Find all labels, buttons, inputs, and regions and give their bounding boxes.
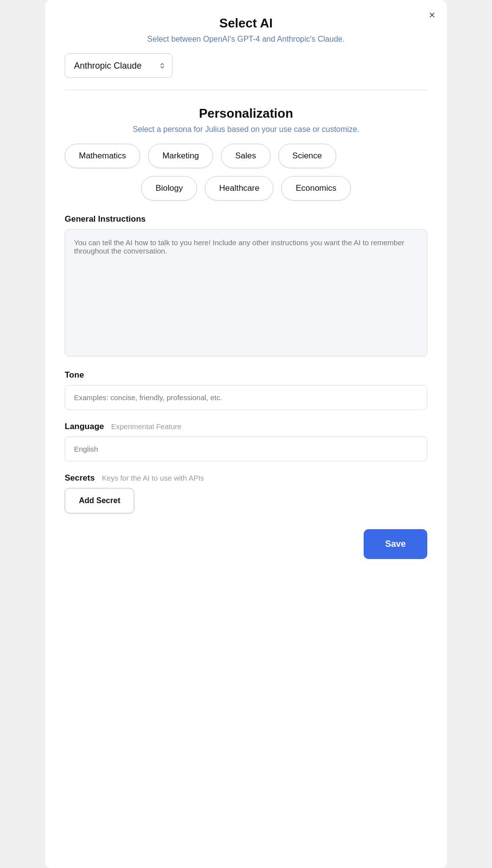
general-instructions-input[interactable] <box>65 229 427 357</box>
language-label-row: Language Experimental Feature <box>65 422 427 432</box>
ai-select[interactable]: Anthropic Claude OpenAI GPT-4 <box>65 53 172 78</box>
modal-container: × Select AI Select between OpenAI's GPT-… <box>45 0 447 868</box>
secrets-section: Secrets Keys for the AI to use with APIs… <box>65 473 427 513</box>
persona-chips-row-1: Mathematics Marketing Sales Science <box>65 144 427 168</box>
chip-science[interactable]: Science <box>278 144 336 168</box>
secrets-label: Secrets <box>65 473 95 483</box>
chip-mathematics[interactable]: Mathematics <box>65 144 140 168</box>
secrets-note: Keys for the AI to use with APIs <box>102 474 204 482</box>
close-button[interactable]: × <box>429 10 435 21</box>
save-button[interactable]: Save <box>364 529 427 559</box>
secrets-label-row: Secrets Keys for the AI to use with APIs <box>65 473 427 483</box>
chip-sales[interactable]: Sales <box>221 144 271 168</box>
general-instructions-label: General Instructions <box>65 214 146 224</box>
tone-input[interactable] <box>65 385 427 410</box>
tone-label-row: Tone <box>65 370 427 380</box>
general-instructions-label-row: General Instructions <box>65 214 427 224</box>
chip-biology[interactable]: Biology <box>141 176 197 201</box>
modal-subtitle: Select between OpenAI's GPT-4 and Anthro… <box>65 35 427 44</box>
general-instructions-section: General Instructions <box>65 214 427 358</box>
language-input[interactable] <box>65 436 427 461</box>
tone-label: Tone <box>65 370 84 380</box>
language-note: Experimental Feature <box>111 422 181 431</box>
chip-economics[interactable]: Economics <box>281 176 350 201</box>
modal-title: Select AI <box>65 16 427 31</box>
language-section: Language Experimental Feature <box>65 422 427 461</box>
personalization-title: Personalization <box>65 106 427 121</box>
personalization-section: Personalization Select a persona for Jul… <box>65 106 427 201</box>
personalization-subtitle: Select a persona for Julius based on you… <box>65 125 427 134</box>
chip-healthcare[interactable]: Healthcare <box>205 176 273 201</box>
tone-section: Tone <box>65 370 427 410</box>
section-divider <box>65 90 427 90</box>
chip-marketing[interactable]: Marketing <box>148 144 213 168</box>
language-label: Language <box>65 422 104 431</box>
add-secret-button[interactable]: Add Secret <box>65 488 134 513</box>
ai-select-wrapper: Anthropic Claude OpenAI GPT-4 <box>65 53 427 78</box>
persona-chips-row-2: Biology Healthcare Economics <box>65 176 427 201</box>
